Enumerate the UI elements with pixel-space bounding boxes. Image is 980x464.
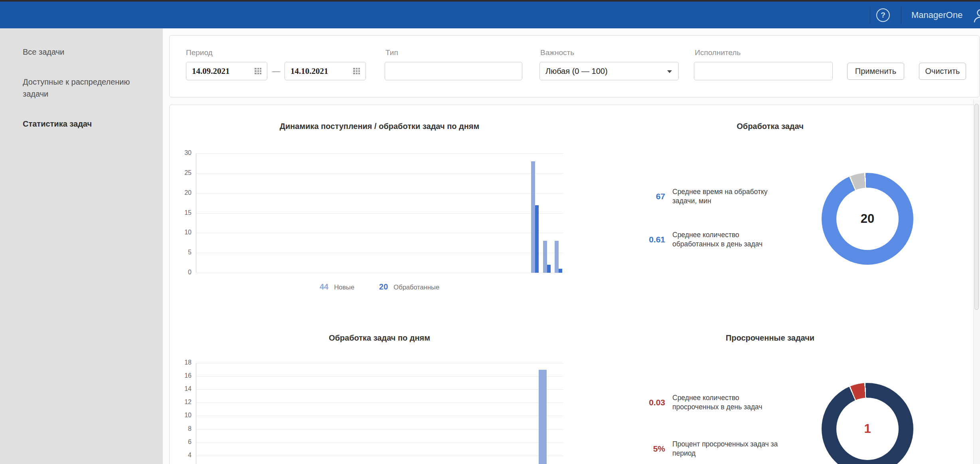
vertical-scrollbar[interactable] [973,99,980,464]
stat-value: 5% [628,444,665,454]
daily-dynamics-legend: 44Новые20Обработанные [196,282,563,291]
y-axis-tick: 16 [173,372,192,379]
date-from-value: 14.09.2021 [192,66,230,76]
chart-title-overdue: Просроченные задачи [616,333,924,343]
stat-avg-processed-per-day: 0.61 Среднее количество обработанных в д… [628,230,763,249]
chevron-down-icon [667,70,672,73]
stat-value: 67 [628,192,665,201]
donut-center-value: 20 [861,212,874,226]
charts-panel: Динамика поступления / обработки задач п… [169,105,980,464]
processing-by-day-plot: 1816141210864 [196,363,563,464]
stat-label: Среднее количество просроченных в день з… [672,393,762,412]
gridline [196,363,563,363]
importance-label: Важность [540,48,574,57]
chart-title-processing: Обработка задач [616,122,924,131]
gridline [196,153,563,154]
stat-value: 0.61 [628,235,665,244]
scrollbar-thumb[interactable] [974,104,979,310]
y-axis-tick: 25 [173,169,192,176]
stat-label: Процент просроченных задач за период [672,440,778,458]
stat-avg-processing-time: 67 Среднее время на обработку задачи, ми… [628,187,768,206]
sidebar-item-task-statistics[interactable]: Статистика задач [23,118,147,130]
legend-value: 20 [379,282,388,291]
donut-center-value: 1 [864,422,871,436]
filters-panel: Период 14.09.2021 — 14.10.2021 [169,35,980,97]
legend-label: Новые [334,284,354,291]
bar-Новые [531,161,535,273]
y-axis-tick: 10 [173,412,192,419]
date-to-value: 14.10.2021 [290,66,328,76]
gridline [196,403,563,403]
gridline [196,442,563,443]
gridline [196,416,563,416]
y-axis-tick: 10 [173,229,192,236]
date-range-separator: — [269,62,283,80]
stat-value: 0.03 [628,398,665,407]
type-label: Тип [385,48,398,57]
gridline [196,376,563,377]
gridline [196,273,563,273]
legend-label: Обработанные [393,284,439,291]
y-axis-tick: 5 [173,249,192,256]
clear-button[interactable]: Очистить [919,63,966,80]
bar-Новые [555,241,559,273]
bar-Обработанные [559,269,562,273]
user-icon[interactable] [973,8,980,23]
sidebar-item-all-tasks[interactable]: Все задачи [23,46,147,58]
y-axis-tick: 12 [173,399,192,406]
help-button[interactable]: ? [876,8,890,22]
app-window: ? ManagerOne Все задачи Доступные к расп… [0,0,980,464]
y-axis-tick: 6 [173,438,192,446]
gridline [196,456,563,456]
y-axis-tick: 20 [173,189,192,196]
y-axis-tick: 14 [173,385,192,393]
processing-donut-chart: 20 [822,173,913,265]
gridline [196,253,563,253]
date-from-input[interactable]: 14.09.2021 [186,62,267,80]
type-input[interactable] [385,62,522,80]
y-axis-tick: 30 [173,149,192,157]
header-divider [870,7,870,24]
gridline [196,173,563,174]
stat-label: Среднее время на обработку задачи, мин [672,187,768,206]
overdue-donut-chart: 1 [822,383,913,464]
date-to-input[interactable]: 14.10.2021 [285,62,366,80]
y-axis-tick: 8 [173,425,192,432]
y-axis-tick: 15 [173,209,192,216]
gridline [196,429,563,430]
bar-Обработанные [539,370,547,464]
gridline [196,193,563,194]
chart-title-processing-by-day: Обработка задач по дням [196,333,563,343]
bar-Обработанные [535,205,539,273]
gridline [196,233,563,233]
importance-value: Любая (0 — 100) [545,67,608,76]
assignee-label: Исполнитель [695,48,741,57]
sidebar-item-available-tasks[interactable]: Доступные к распределению задачи [23,76,147,100]
assignee-input[interactable] [694,62,833,80]
calendar-icon [254,67,262,75]
legend-item: 44Новые [320,282,354,291]
y-axis-tick: 0 [173,269,192,276]
stat-avg-overdue-per-day: 0.03 Среднее количество просроченных в д… [628,393,762,412]
legend-item: 20Обработанные [379,282,439,291]
importance-select[interactable]: Любая (0 — 100) [539,62,679,80]
chart-title-daily-dynamics: Динамика поступления / обработки задач п… [196,122,563,131]
brand-title: ManagerOne [911,2,962,28]
apply-button[interactable]: Применить [847,63,904,80]
legend-value: 44 [320,282,328,291]
bar-Обработанные [547,265,551,273]
y-axis-tick: 4 [173,452,192,459]
y-axis-tick: 18 [173,359,192,366]
period-label: Период [186,48,213,57]
gridline [196,389,563,390]
question-icon: ? [881,11,885,20]
header-divider [901,7,901,24]
stat-overdue-percent: 5% Процент просроченных задач за период [628,440,778,458]
app-header: ? ManagerOne [0,2,980,28]
sidebar: Все задачи Доступные к распределению зад… [0,28,163,464]
calendar-icon [353,67,361,75]
bar-Новые [543,241,547,273]
gridline [196,213,563,214]
daily-dynamics-plot: 302520151050 [196,153,563,273]
stat-label: Среднее количество обработанных в день з… [672,230,763,249]
